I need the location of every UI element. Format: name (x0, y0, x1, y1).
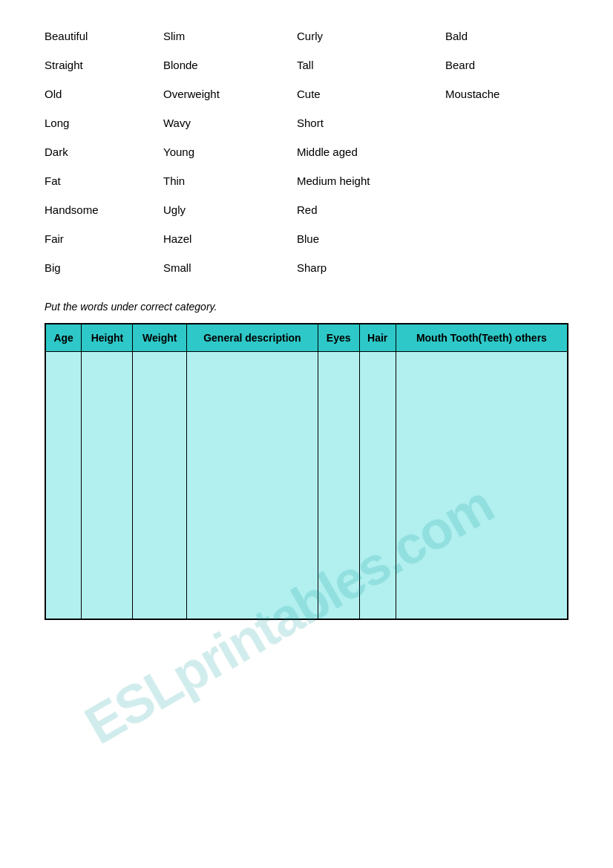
word-item: Ugly (163, 203, 297, 216)
word-item (445, 117, 579, 129)
word-item: Slim (163, 30, 297, 42)
table-body-cell (45, 352, 82, 619)
word-item: Fat (45, 174, 163, 187)
word-item: Blonde (163, 59, 297, 71)
word-item: Fair (45, 232, 163, 245)
word-item: Middle aged (297, 146, 445, 158)
table-body-cell (318, 352, 359, 619)
word-item: Tall (297, 59, 445, 71)
instruction: Put the words under correct category. (45, 301, 568, 313)
word-item: Small (163, 261, 297, 274)
table-header-cell: Weight (133, 324, 187, 352)
table-body-cell (359, 352, 396, 619)
word-item: Big (45, 261, 163, 274)
word-item (445, 203, 579, 216)
word-item: Cute (297, 88, 445, 100)
word-item: Curly (297, 30, 445, 42)
table-header-cell: Hair (359, 324, 396, 352)
word-item: Red (297, 203, 445, 216)
word-item: Dark (45, 146, 163, 158)
word-item: Medium height (297, 174, 445, 187)
word-item: Sharp (297, 261, 445, 274)
table-header-cell: Height (82, 324, 133, 352)
table-header-cell: Eyes (318, 324, 359, 352)
word-item (445, 174, 579, 187)
word-item: Wavy (163, 117, 297, 129)
table-header-row: AgeHeightWeightGeneral descriptionEyesHa… (45, 324, 568, 352)
word-item: Blue (297, 232, 445, 245)
table-body-cell (187, 352, 318, 619)
table-body-cell (133, 352, 187, 619)
word-item: Hazel (163, 232, 297, 245)
word-item: Handsome (45, 203, 163, 216)
words-grid: BeautifulSlimCurlyBaldStraightBlondeTall… (45, 30, 568, 274)
word-item: Moustache (445, 88, 579, 100)
word-item: Beautiful (45, 30, 163, 42)
word-item (445, 146, 579, 158)
table-body-cell (396, 352, 568, 619)
word-item: Thin (163, 174, 297, 187)
word-item: Beard (445, 59, 579, 71)
table-header-cell: Mouth Tooth(Teeth) others (396, 324, 568, 352)
word-item: Bald (445, 30, 579, 42)
word-item: Young (163, 146, 297, 158)
table-body-row (45, 352, 568, 619)
word-item: Overweight (163, 88, 297, 100)
word-item: Straight (45, 59, 163, 71)
word-item: Old (45, 88, 163, 100)
word-item: Long (45, 117, 163, 129)
table-header-cell: General description (187, 324, 318, 352)
table-body-cell (82, 352, 133, 619)
table-header-cell: Age (45, 324, 82, 352)
category-table: AgeHeightWeightGeneral descriptionEyesHa… (45, 323, 568, 620)
word-item: Short (297, 117, 445, 129)
word-item (445, 261, 579, 274)
word-item (445, 232, 579, 245)
